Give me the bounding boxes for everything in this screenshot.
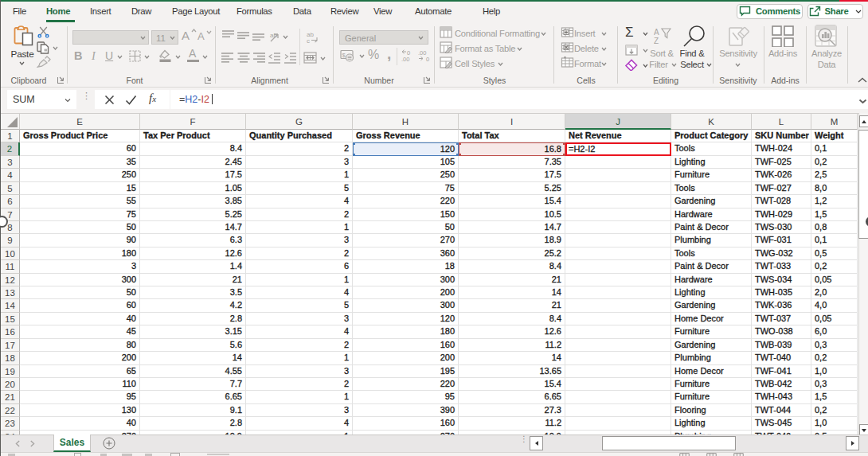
svg-text:Z: Z (654, 37, 659, 45)
svg-text:.00: .00 (418, 49, 426, 57)
svg-text:ab: ab (270, 32, 277, 39)
svg-text:$: $ (342, 52, 346, 59)
svg-text:.00: .00 (401, 56, 409, 62)
svg-text:A: A (654, 28, 659, 37)
svg-text:c: c (307, 37, 310, 43)
svg-text:0: 0 (426, 56, 429, 62)
